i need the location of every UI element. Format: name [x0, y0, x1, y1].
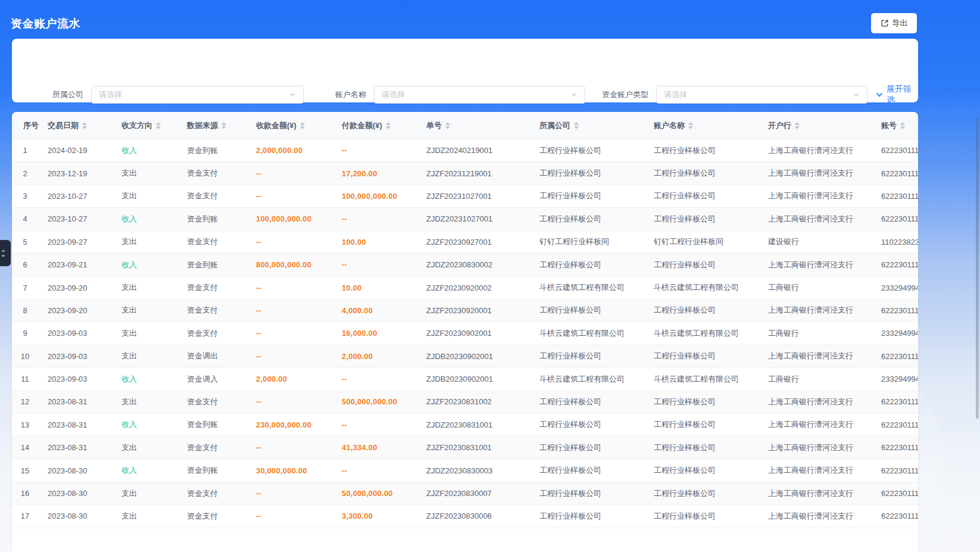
account-name-select-placeholder: 请选择	[382, 89, 570, 100]
table-cell: 工程行业样板公司	[648, 185, 762, 207]
table-cell: 17,200.00	[336, 162, 420, 184]
capital-account-flow-page: 资金账户流水 导出 所属公司 请选择 账户名称 请选择 资金账户类型	[0, 0, 980, 552]
table-row: 122023-08-31支出资金支付--500,000,000.00ZJZF20…	[12, 391, 918, 413]
side-panel-handle[interactable]	[0, 240, 11, 266]
sort-icon[interactable]	[386, 122, 391, 129]
table-cell: 2023-09-03	[42, 368, 116, 390]
table-cell: 233294994	[875, 276, 918, 298]
table-cell: 资金支付	[181, 322, 250, 344]
table-cell: --	[250, 345, 336, 367]
column-header[interactable]: 收款金额(¥)	[250, 112, 336, 139]
filter-panel: 所属公司 请选择 账户名称 请选择 资金账户类型 请选择 展开筛选	[12, 39, 918, 102]
table-cell: --	[336, 368, 420, 390]
table-cell: 工程行业样板公司	[648, 139, 762, 161]
column-header[interactable]: 交易日期	[42, 112, 116, 139]
table-cell: 资金支付	[181, 436, 250, 459]
sort-icon[interactable]	[574, 122, 579, 129]
table-cell: 5	[12, 231, 42, 253]
chevron-down-icon	[875, 91, 884, 99]
column-header[interactable]: 账号	[875, 112, 918, 139]
table-cell: 工程行业样板公司	[533, 139, 648, 161]
table-cell: 工程行业样板公司	[648, 300, 762, 322]
export-button[interactable]: 导出	[871, 13, 917, 33]
table-cell: 100.00	[336, 231, 420, 253]
table-cell: 9	[12, 322, 42, 344]
vertical-scrollbar[interactable]	[976, 118, 979, 419]
table-cell: 斗栱云建筑工程有限公司	[533, 368, 648, 390]
table-cell: 12	[12, 391, 42, 413]
table-cell: 2,000.00	[336, 345, 420, 367]
sort-icon[interactable]	[900, 122, 905, 129]
sort-icon[interactable]	[300, 122, 305, 129]
table-row: 152023-08-30收入资金到账30,000,000.00--ZJDZ202…	[12, 459, 918, 482]
column-header[interactable]: 开户行	[762, 112, 875, 139]
table-cell: 2023-08-30	[42, 482, 116, 504]
table-cell: 上海工商银行漕河泾支行	[762, 436, 875, 459]
table-cell: 2023-09-21	[42, 254, 116, 276]
sort-icon[interactable]	[82, 122, 87, 129]
table-cell: 2023-09-03	[42, 345, 116, 367]
table-cell: --	[250, 231, 336, 253]
sort-icon[interactable]	[688, 122, 693, 129]
table-cell: 2,000,000.00	[250, 139, 336, 161]
table-cell: 支出	[116, 345, 181, 367]
column-header[interactable]: 所属公司	[533, 112, 648, 139]
column-header[interactable]: 单号	[420, 112, 533, 139]
table-cell: 2023-09-27	[42, 231, 116, 253]
account-type-select[interactable]: 请选择	[656, 86, 867, 104]
table-row: 32023-10-27支出资金支付--100,000,000.00ZJZF202…	[12, 185, 918, 208]
table-cell: 6222301111	[875, 254, 918, 276]
table-cell: 工程行业样板公司	[533, 185, 648, 207]
column-header-label: 开户行	[768, 120, 791, 131]
table-cell: 资金支付	[181, 482, 250, 504]
expand-filters-label: 展开筛选	[887, 84, 918, 105]
sort-icon[interactable]	[156, 122, 161, 129]
table-cell: 6222301111	[875, 139, 918, 161]
table-cell: 资金到账	[181, 414, 250, 436]
table-cell: 100,000,000.00	[336, 185, 420, 207]
table-cell: 6222301111	[875, 482, 918, 504]
table-cell: 资金到账	[181, 139, 250, 161]
table-cell: 收入	[116, 254, 181, 276]
table-cell: ZJZF20230927001	[420, 231, 533, 253]
table-cell: 4,000.00	[336, 300, 420, 322]
table-cell: 工程行业样板公司	[533, 391, 648, 413]
sort-icon[interactable]	[221, 122, 226, 129]
company-select[interactable]: 请选择	[91, 86, 304, 104]
column-header[interactable]: 收支方向	[116, 112, 181, 139]
table-row: 42023-10-27收入资金到账100,000,000.00--ZJDZ202…	[12, 208, 918, 230]
column-header[interactable]: 数据来源	[181, 112, 250, 139]
table-cell: 工程行业样板公司	[648, 459, 762, 481]
table-cell: --	[336, 139, 420, 161]
sort-icon[interactable]	[445, 122, 450, 129]
column-header-label: 交易日期	[48, 120, 79, 131]
column-header[interactable]: 账户名称	[648, 112, 762, 139]
table-cell: 收入	[116, 414, 181, 436]
account-name-select[interactable]: 请选择	[374, 86, 585, 104]
table-cell: 2023-08-30	[42, 505, 116, 527]
table-cell: 工程行业样板公司	[533, 482, 648, 504]
table-row: 52023-09-27支出资金支付--100.00ZJZF20230927001…	[12, 231, 918, 254]
table-cell: 上海工商银行漕河泾支行	[762, 391, 875, 413]
table-cell: 6222301111	[875, 185, 918, 207]
table-cell: 14	[12, 436, 42, 459]
expand-filters-link[interactable]: 展开筛选	[875, 86, 918, 104]
table-cell: 6222301111	[875, 459, 918, 481]
column-header[interactable]: 付款金额(¥)	[336, 112, 420, 139]
table-cell: 工程行业样板公司	[533, 436, 648, 459]
sort-icon[interactable]	[795, 122, 800, 129]
page-title: 资金账户流水	[11, 16, 80, 32]
table-cell: ZJZF20230830006	[420, 505, 533, 527]
table-cell: 资金支付	[181, 185, 250, 207]
table-cell: 上海工商银行漕河泾支行	[762, 254, 875, 276]
table-cell: 2023-10-27	[42, 208, 116, 230]
table-cell: 230,000,000.00	[250, 414, 336, 436]
table-row: 132023-08-31收入资金到账230,000,000.00--ZJDZ20…	[12, 414, 918, 436]
table-cell: 斗栱云建筑工程有限公司	[533, 322, 648, 344]
table-cell: 41,334.00	[336, 436, 420, 459]
table-cell: 支出	[116, 436, 181, 459]
table-cell: 上海工商银行漕河泾支行	[762, 300, 875, 322]
table-cell: 收入	[116, 208, 181, 230]
table-cell: 上海工商银行漕河泾支行	[762, 505, 875, 527]
table-cell: 2,000.00	[250, 368, 336, 390]
